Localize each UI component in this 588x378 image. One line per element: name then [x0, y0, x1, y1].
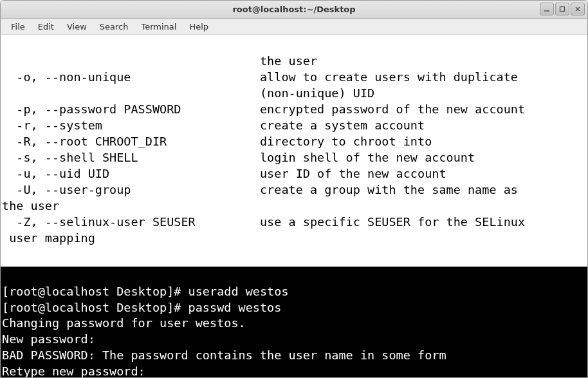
shell-line: [root@localhost Desktop]# useradd westos [2, 285, 289, 298]
menu-search[interactable]: Search [93, 20, 135, 33]
menu-file[interactable]: File [5, 20, 32, 33]
shell-line: [root@localhost Desktop]# passwd westos [2, 301, 281, 314]
maximize-icon [559, 6, 565, 12]
minimize-icon [544, 6, 550, 12]
man-line: -p, --password PASSWORD encrypted passwo… [2, 102, 525, 116]
titlebar: root@localhost:~/Desktop [1, 1, 587, 19]
shell-line: Retype new password: [2, 364, 152, 378]
shell-line: BAD PASSWORD: The password contains the … [2, 348, 446, 362]
man-line: -U, --user-group create a group with the… [2, 183, 518, 196]
man-line: -u, --uid UID user ID of the new account [2, 167, 446, 180]
close-icon [574, 6, 581, 12]
terminal-shell-area[interactable]: [root@localhost Desktop]# useradd westos… [1, 267, 587, 378]
window-title: root@localhost:~/Desktop [1, 5, 587, 14]
minimize-button[interactable] [540, 3, 554, 15]
man-line: -R, --root CHROOT_DIR directory to chroo… [2, 135, 432, 148]
maximize-button[interactable] [555, 3, 569, 15]
close-button[interactable] [571, 3, 585, 15]
svg-rect-1 [560, 7, 565, 12]
man-line: user mapping [2, 231, 95, 245]
shell-line: Changing password for user westos. [2, 316, 246, 330]
menu-help[interactable]: Help [183, 20, 215, 33]
man-line: -s, --shell SHELL login shell of the new… [2, 151, 475, 164]
window-controls [540, 3, 585, 15]
menu-view[interactable]: View [60, 20, 93, 33]
man-line: -Z, --selinux-user SEUSER use a specific… [2, 215, 525, 229]
terminal-manpage-area[interactable]: the user -o, --non-unique allow to creat… [1, 35, 587, 267]
menubar: File Edit View Search Terminal Help [1, 19, 587, 35]
man-line: the user [2, 199, 59, 213]
man-line: -o, --non-unique allow to create users w… [2, 70, 518, 84]
menu-terminal[interactable]: Terminal [134, 20, 183, 33]
man-line: (non-unique) UID [2, 86, 374, 100]
man-line: the user [2, 54, 317, 68]
menu-edit[interactable]: Edit [32, 20, 60, 33]
man-line: -r, --system create a system account [2, 118, 425, 132]
shell-line: New password: [2, 332, 102, 346]
